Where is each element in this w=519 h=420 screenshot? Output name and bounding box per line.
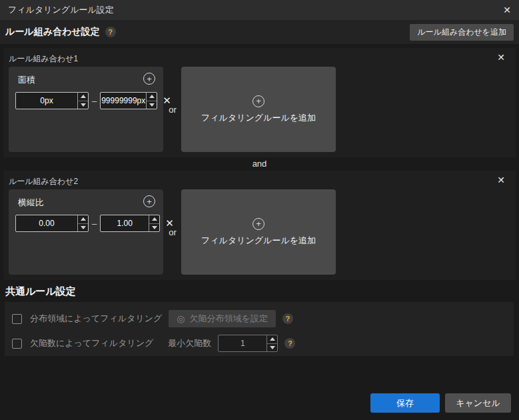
defect-count-filter-row: 欠陥数によってフィルタリング 最小欠陥数 1 ? <box>12 335 295 352</box>
titlebar: フィルタリングルール設定 ✕ <box>0 0 519 20</box>
add-filtering-rule-button[interactable]: + フィルタリングルールを追加 <box>181 67 336 152</box>
and-label: and <box>0 159 519 169</box>
rule-group-1: ルール組み合わせ1 ✕ 面積 + 0px – 99999999px <box>3 48 516 157</box>
set-defect-region-label: 欠陥分布領域を設定 <box>190 313 268 325</box>
cancel-button[interactable]: キャンセル <box>445 393 511 413</box>
spin-buttons <box>149 215 159 231</box>
distribution-filter-row: 分布領域によってフィルタリング ◎ 欠陥分布領域を設定 ? <box>12 310 293 327</box>
spin-buttons <box>77 93 88 109</box>
add-rule-icon[interactable]: + <box>143 73 155 85</box>
min-defect-count-label: 最小欠陥数 <box>168 337 211 349</box>
spin-down-button[interactable] <box>267 344 277 352</box>
section-title-rule-combination: ルール組み合わせ設定 <box>5 26 100 38</box>
range-dash: – <box>92 96 97 106</box>
dialog-title: フィルタリングルール設定 <box>8 4 114 16</box>
rule-group-1-title: ルール組み合わせ1 <box>9 53 78 65</box>
rule-group-2-title: ルール組み合わせ2 <box>9 176 78 187</box>
filtering-rule-dialog: フィルタリングルール設定 ✕ ルール組み合わせ設定 ? ルール組み合わせを追加 … <box>0 0 519 420</box>
max-value-input[interactable]: 99999999px <box>101 93 146 109</box>
help-icon[interactable]: ? <box>282 313 293 324</box>
rule-group-2: ルール組み合わせ2 ✕ 横縦比 + 0.00 – 1.00 <box>3 171 516 280</box>
rule-group-2-close-icon[interactable]: ✕ <box>497 175 505 185</box>
triangle-down-icon <box>149 103 155 107</box>
region-target-icon: ◎ <box>177 314 185 323</box>
distribution-filter-label: 分布領域によってフィルタリング <box>30 313 162 325</box>
spin-up-button[interactable] <box>147 93 157 101</box>
spin-buttons <box>266 335 277 351</box>
defect-count-filter-label: 欠陥数によってフィルタリング <box>30 337 153 349</box>
help-icon[interactable]: ? <box>284 338 295 349</box>
spin-up-button[interactable] <box>78 215 88 224</box>
triangle-down-icon <box>152 226 157 229</box>
rule-combination-header: ルール組み合わせ設定 ? ルール組み合わせを追加 <box>0 20 519 44</box>
max-value-input[interactable]: 1.00 <box>101 215 149 231</box>
triangle-down-icon <box>81 226 86 229</box>
spin-down-button[interactable] <box>78 224 88 232</box>
spin-down-button[interactable] <box>78 101 88 109</box>
triangle-up-icon <box>81 217 86 221</box>
spin-up-button[interactable] <box>149 215 159 224</box>
max-value-spinbox[interactable]: 1.00 <box>100 215 160 232</box>
min-value-input[interactable]: 0px <box>16 93 77 109</box>
set-defect-region-button[interactable]: ◎ 欠陥分布領域を設定 <box>169 310 276 327</box>
spin-buttons <box>77 215 88 231</box>
min-value-spinbox[interactable]: 0.00 <box>15 215 89 232</box>
range-dash: – <box>92 219 97 229</box>
triangle-up-icon <box>149 95 155 98</box>
add-rule-combination-button[interactable]: ルール組み合わせを追加 <box>410 24 514 41</box>
range-row: 0.00 – 1.00 ✕ <box>15 215 174 232</box>
rule-card-area: 面積 + 0px – 99999999px <box>9 67 163 152</box>
close-icon[interactable]: ✕ <box>503 5 511 15</box>
spin-buttons <box>146 93 157 109</box>
section-title-common-rules: 共通ルール設定 <box>5 285 76 298</box>
add-filtering-rule-label: フィルタリングルールを追加 <box>201 235 316 247</box>
spin-up-button[interactable] <box>78 93 88 101</box>
min-value-input[interactable]: 0.00 <box>16 215 77 231</box>
or-label: or <box>163 189 182 275</box>
triangle-up-icon <box>152 217 157 221</box>
rule-name-label: 横縦比 <box>18 197 44 209</box>
range-row: 0px – 99999999px ✕ <box>15 92 171 109</box>
add-filtering-rule-label: フィルタリングルールを追加 <box>201 112 316 124</box>
defect-count-filter-checkbox[interactable] <box>12 339 22 349</box>
min-defect-count-spinbox[interactable]: 1 <box>218 335 278 352</box>
distribution-filter-checkbox[interactable] <box>12 314 22 324</box>
rule-name-label: 面積 <box>18 74 35 86</box>
min-value-spinbox[interactable]: 0px <box>15 92 89 109</box>
add-rule-icon[interactable]: + <box>143 195 155 207</box>
or-label: or <box>163 67 182 152</box>
max-value-spinbox[interactable]: 99999999px <box>100 92 157 109</box>
spin-down-button[interactable] <box>147 101 157 109</box>
plus-circle-icon: + <box>253 218 264 230</box>
triangle-down-icon <box>270 346 275 349</box>
save-button[interactable]: 保存 <box>370 393 440 413</box>
triangle-down-icon <box>81 103 86 107</box>
triangle-up-icon <box>81 95 86 98</box>
help-icon[interactable]: ? <box>105 27 116 37</box>
triangle-up-icon <box>270 337 275 341</box>
add-filtering-rule-button[interactable]: + フィルタリングルールを追加 <box>181 189 336 275</box>
common-rules-panel: 分布領域によってフィルタリング ◎ 欠陥分布領域を設定 ? 欠陥数によってフィル… <box>5 302 514 356</box>
rule-group-1-close-icon[interactable]: ✕ <box>497 52 505 63</box>
plus-circle-icon: + <box>253 95 264 107</box>
spin-down-button[interactable] <box>149 224 159 232</box>
rule-card-aspect: 横縦比 + 0.00 – 1.00 ✕ <box>9 189 163 275</box>
spin-up-button[interactable] <box>267 335 277 344</box>
min-defect-count-input[interactable]: 1 <box>219 335 266 351</box>
